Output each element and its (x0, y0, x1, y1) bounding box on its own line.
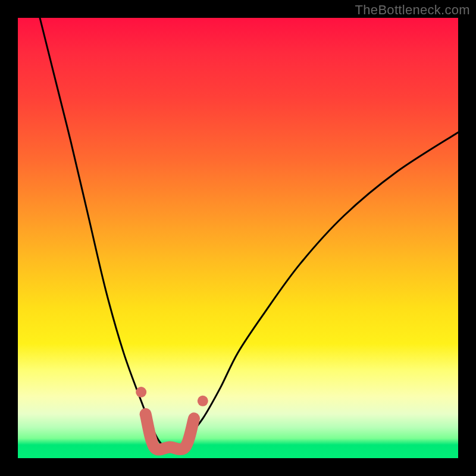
optimal-outer-dot-right (198, 396, 208, 406)
curve-layer (18, 18, 458, 458)
plot-frame (18, 18, 458, 458)
optimal-outer-dot-left (136, 387, 146, 397)
watermark-text: TheBottleneck.com (355, 2, 470, 18)
bottleneck-curve (40, 18, 458, 450)
chart-container: TheBottleneck.com (0, 0, 476, 476)
optimal-region-marker (146, 414, 194, 450)
